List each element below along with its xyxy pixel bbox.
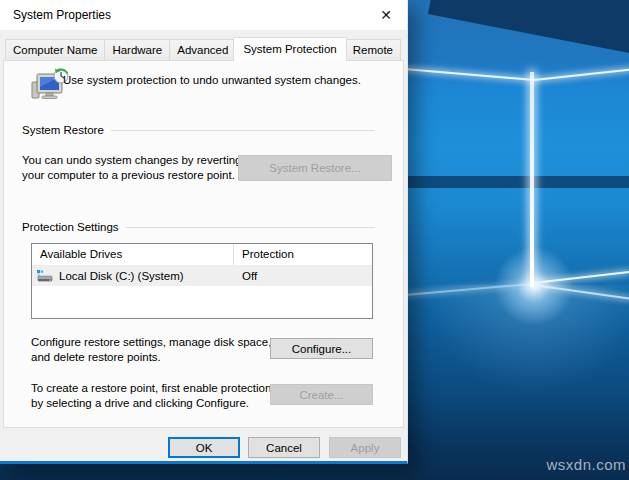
tab-computer-name[interactable]: Computer Name [5, 39, 105, 60]
cancel-button[interactable]: Cancel [248, 437, 320, 458]
drive-protection-status: Off [233, 270, 372, 282]
system-protection-icon [29, 67, 71, 105]
watermark: wsxdn.com [546, 456, 626, 473]
close-icon: ✕ [380, 7, 392, 23]
tab-system-protection[interactable]: System Protection [233, 37, 346, 61]
page-description: Use system protection to undo unwanted s… [63, 74, 361, 86]
drive-name: Local Disk (C:) (System) [59, 270, 184, 282]
close-button[interactable]: ✕ [370, 3, 402, 27]
create-button[interactable]: Create... [270, 384, 373, 405]
tab-page-system-protection: Use system protection to undo unwanted s… [3, 60, 404, 428]
system-restore-description: You can undo system changes by reverting… [22, 153, 242, 183]
column-header-available-drives[interactable]: Available Drives [32, 244, 233, 265]
wallpaper-beam-vertical [530, 72, 534, 287]
protection-settings-group-label: Protection Settings [22, 221, 119, 233]
tab-remote[interactable]: Remote [345, 39, 401, 60]
ok-button[interactable]: OK [168, 437, 240, 458]
drive-name-cell: Local Disk (C:) (System) [32, 270, 233, 283]
wallpaper-dark-band [407, 176, 629, 188]
wallpaper-beam-top-right [534, 69, 629, 81]
group-divider-line [126, 227, 375, 228]
system-restore-group-label: System Restore [22, 124, 104, 136]
configure-button[interactable]: Configure... [270, 338, 373, 359]
apply-button[interactable]: Apply [329, 437, 401, 458]
listview-header: Available Drives Protection [32, 244, 372, 266]
title-bar[interactable]: System Properties ✕ [0, 0, 407, 30]
wallpaper-beam-top-left [404, 68, 535, 81]
tab-hardware[interactable]: Hardware [104, 39, 170, 60]
desktop: wsxdn.com System Properties ✕ Computer N… [0, 0, 629, 480]
group-divider-line [111, 130, 375, 131]
wallpaper-dark-wedge [428, 0, 629, 69]
protection-settings-group-header: Protection Settings [22, 221, 375, 233]
create-description: To create a restore point, first enable … [31, 381, 271, 411]
tab-strip: Computer Name Hardware Advanced System P… [5, 37, 400, 60]
drives-listview: Available Drives Protection Local [31, 243, 373, 319]
system-restore-button[interactable]: System Restore... [238, 155, 392, 181]
drive-icon [37, 270, 53, 283]
system-restore-group-header: System Restore [22, 124, 375, 136]
column-header-protection[interactable]: Protection [233, 244, 372, 265]
window-title: System Properties [13, 0, 111, 30]
configure-description: Configure restore settings, manage disk … [31, 335, 271, 365]
tab-advanced[interactable]: Advanced [169, 39, 236, 60]
drive-row-local-disk-c[interactable]: Local Disk (C:) (System) Off [32, 266, 372, 286]
system-properties-dialog: System Properties ✕ Computer Name Hardwa… [0, 0, 408, 464]
